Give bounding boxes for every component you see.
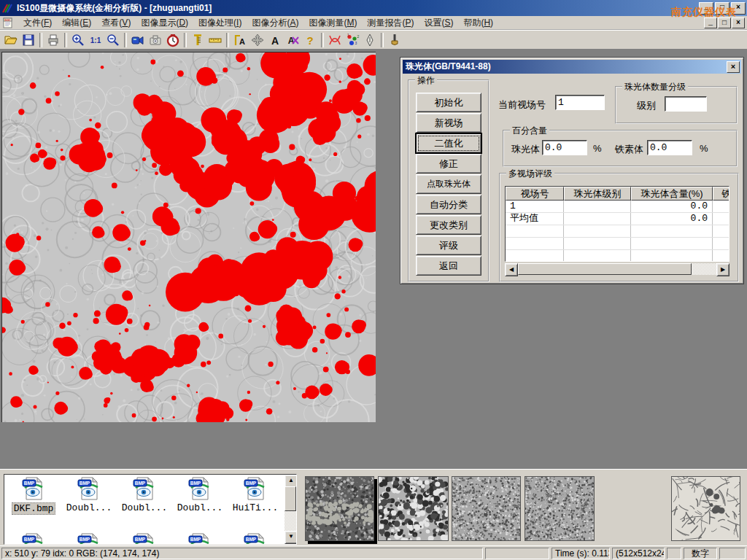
rating-table[interactable]: 视场号珠光体级别珠光体含量(%)铁素体含量(%) 10.0平均值0.0 (505, 186, 729, 262)
table-row[interactable]: 平均值0.0 (506, 213, 729, 225)
table-cell (631, 250, 713, 262)
vscrollbar-thumb[interactable] (285, 486, 296, 511)
toolbar-separator (124, 33, 127, 47)
open-button[interactable] (2, 32, 20, 48)
menu-item-m[interactable]: 图像测量(M) (303, 16, 362, 30)
table-header-2[interactable]: 珠光体含量(%) (631, 187, 713, 201)
file-item-partial[interactable]: BMP (7, 533, 61, 545)
text-annotate-button[interactable]: A (266, 32, 284, 48)
measure-text-button[interactable]: A (231, 32, 249, 48)
delete-annotate-button[interactable]: A (284, 32, 301, 48)
bmp-eye-icon: BMP (77, 477, 101, 500)
zoom-out-button[interactable] (104, 32, 122, 48)
metallographic-image[interactable] (1, 52, 376, 422)
file-name: DKF.bmp (12, 502, 56, 515)
bmp-eye-icon: BMP (132, 477, 157, 500)
svg-text:1:1: 1:1 (90, 36, 101, 44)
scrollbar-thumb[interactable] (518, 263, 692, 275)
menu-item-d[interactable]: 图像显示(D) (136, 16, 193, 30)
timer-button[interactable] (164, 32, 182, 48)
file-item-partial[interactable]: BMP (62, 533, 116, 545)
dialog-title-bar[interactable]: 珠光体(GB/T9441-88) × (403, 60, 741, 74)
file-item-partial[interactable]: BMP (228, 533, 282, 545)
help-button[interactable]: ? (301, 32, 319, 48)
brush-tool-button[interactable] (386, 32, 403, 48)
table-header-3[interactable]: 铁素体含量(%) (713, 187, 729, 201)
current-field-input[interactable]: 1 (555, 95, 605, 110)
mdi-close-button[interactable]: × (732, 18, 745, 28)
file-browser[interactable]: ▲ ▼ BMPDKF.bmpBMPDoubl...BMPDoubl...BMPD… (4, 474, 297, 545)
menu-item-p[interactable]: 测量报告(P) (362, 16, 419, 30)
save-button[interactable] (20, 32, 37, 48)
move-cross-button[interactable] (249, 32, 266, 48)
op-button-点取珠光体[interactable]: 点取珠光体 (416, 174, 481, 194)
menu-item-a[interactable]: 图像分析(A) (247, 16, 303, 30)
file-item-partial[interactable]: BMP (117, 533, 171, 545)
print-button[interactable] (44, 32, 62, 48)
level-input[interactable] (665, 96, 707, 112)
op-button-新视场[interactable]: 新视场 (416, 113, 481, 133)
menu-item-i[interactable]: 图像处理(I) (193, 16, 247, 30)
file-list-scrollbar[interactable]: ▲ ▼ (285, 475, 296, 544)
menu-item-s[interactable]: 设置(S) (419, 16, 458, 30)
ruler-horizontal-button[interactable] (206, 32, 224, 48)
status-empty-2 (667, 548, 681, 559)
pen-tool-button[interactable] (361, 32, 379, 48)
svg-text:2: 2 (357, 34, 360, 39)
table-row[interactable] (506, 225, 729, 238)
svg-text:BMP: BMP (190, 481, 201, 486)
file-item[interactable]: BMPDKF.bmp (7, 477, 61, 515)
move-cross-icon (250, 33, 265, 47)
scroll-down-icon[interactable]: ▼ (285, 531, 297, 544)
menu-item-f[interactable]: 文件(F) (18, 16, 57, 30)
table-header-1[interactable]: 珠光体级别 (564, 187, 631, 201)
thumbnail-3[interactable] (452, 476, 521, 541)
table-row[interactable] (506, 250, 729, 262)
pearlite-percent-input[interactable]: 0.0 (542, 140, 587, 155)
file-item-partial[interactable]: BMP (173, 533, 227, 545)
op-button-评级[interactable]: 评级 (416, 236, 481, 255)
thumbnail-2[interactable] (378, 476, 449, 541)
mdi-restore-button[interactable]: □ (718, 18, 731, 28)
video-camera-button[interactable] (129, 32, 147, 48)
op-button-返回[interactable]: 返回 (416, 256, 481, 276)
thumbnail-1[interactable] (305, 476, 374, 541)
capture-camera-button[interactable] (147, 32, 164, 48)
one-to-one-button[interactable]: 1:1 (87, 32, 104, 48)
table-cell: 0.0 (631, 201, 713, 212)
classify-points-button[interactable]: 123 (344, 32, 361, 48)
table-row[interactable]: 10.0 (506, 201, 729, 213)
op-button-修正[interactable]: 修正 (416, 154, 481, 174)
menu-items: 文件(F)编辑(E)查看(V)图像显示(D)图像处理(I)图像分析(A)图像测量… (18, 16, 498, 30)
svg-text:BMP: BMP (80, 537, 90, 542)
scroll-right-icon[interactable]: ▶ (716, 263, 729, 276)
file-item[interactable]: BMPDoubl... (62, 477, 116, 513)
op-button-初始化[interactable]: 初始化 (416, 93, 481, 112)
image-size-status: (512x512x24) (612, 548, 665, 559)
file-item[interactable]: BMPHuiTi... (228, 477, 282, 513)
menu-item-h[interactable]: 帮助(H) (458, 16, 498, 30)
op-button-更改类别[interactable]: 更改类别 (416, 215, 481, 235)
curve-tool-button[interactable] (326, 32, 344, 48)
ferrite-percent-input[interactable]: 0.0 (647, 140, 692, 155)
mdi-minimize-button[interactable]: _ (704, 18, 717, 28)
menu-item-v[interactable]: 查看(V) (96, 16, 136, 30)
delete-annotate-icon: A (285, 33, 300, 47)
scroll-left-icon[interactable]: ◀ (505, 263, 518, 276)
table-horizontal-scrollbar[interactable]: ◀ ▶ (505, 263, 729, 275)
table-header-0[interactable]: 视场号 (506, 187, 564, 201)
table-cell (713, 201, 729, 212)
op-button-二值化[interactable]: 二值化 (416, 133, 481, 153)
thumbnail-4[interactable] (525, 476, 595, 541)
dialog-close-icon[interactable]: × (727, 61, 740, 73)
svg-text:A: A (271, 35, 279, 47)
op-button-自动分类[interactable]: 自动分类 (416, 195, 481, 214)
zoom-in-button[interactable] (69, 32, 87, 48)
caliper-vertical-button[interactable] (189, 32, 206, 48)
menu-item-e[interactable]: 编辑(E) (57, 16, 96, 30)
thumbnail-5[interactable] (671, 476, 740, 541)
table-row[interactable] (506, 238, 729, 250)
file-item[interactable]: BMPDoubl... (117, 477, 171, 513)
window-title: IS100显微摄像系统(金相分析版) - [zhuguangti01] (17, 2, 212, 15)
file-item[interactable]: BMPDoubl... (173, 477, 227, 513)
